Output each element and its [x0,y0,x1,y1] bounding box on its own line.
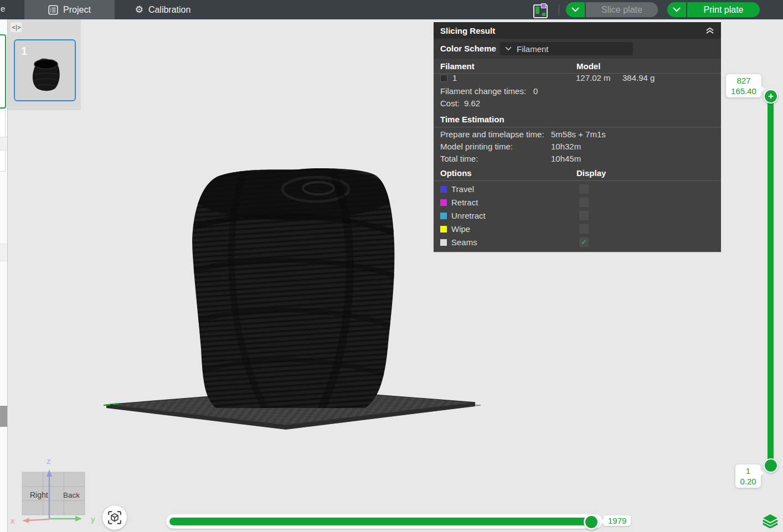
color-scheme-row: Color Scheme Filament [434,39,721,59]
top-toolbar: e Project ⚙ Calibration [0,0,783,19]
print-dropdown-button[interactable] [667,2,686,17]
panel-collapse-toggle[interactable]: <|> [11,22,22,32]
move-slider-track[interactable] [166,514,602,529]
filament-1-length: 127.02 m [576,73,611,82]
collapse-panel-icon[interactable] [705,27,714,34]
print-plate-label: Print plate [703,5,743,15]
time-row-value: 10h45m [551,154,581,163]
divider [434,180,721,181]
travel-color-swatch [440,186,447,193]
left-sidebar-sliver [0,19,8,532]
filament-1-weight: 384.94 g [622,73,655,82]
toolbar-divider [559,4,559,16]
option-label: Wipe [451,224,470,234]
gizmo-face-back-label: Back [63,491,80,499]
option-label: Seams [451,237,477,247]
option-row-seams: Seams ✓ [434,236,721,249]
tab-project[interactable]: Project [24,0,115,19]
sidebar-fragment-row [0,137,7,151]
layer-slider-top-handle[interactable]: + [764,89,778,104]
unretract-display-checkbox[interactable] [579,211,589,220]
wipe-display-checkbox[interactable] [579,224,589,234]
cost-value: 9.62 [464,99,480,108]
plate-layout-icon[interactable] [533,4,548,18]
wipe-color-swatch [440,226,447,233]
bottom-layer-height: 0.20 [739,476,758,487]
filament-change-label: Filament change times: [440,86,526,96]
time-row-label: Total time: [440,154,478,163]
plate-thumbnail-panel: <|> 1 [8,19,81,110]
move-value-text: 1979 [608,516,626,525]
slice-dropdown-button[interactable] [566,2,585,17]
top-layer-height: 165.40 [729,86,758,96]
project-list-icon [48,5,58,15]
plate-thumbnail-card[interactable]: 1 [14,39,76,101]
color-scheme-dropdown[interactable]: Filament [500,42,633,55]
move-slider-fill [169,518,588,525]
tab-calibration[interactable]: ⚙ Calibration [116,0,209,19]
travel-display-checkbox[interactable] [579,184,589,194]
option-label: Unretract [451,211,486,220]
z-axis-label: z [47,456,51,466]
divider [434,127,721,127]
slicing-result-header: Slicing Result [434,22,721,39]
move-slider-handle[interactable] [584,514,599,530]
filament-1-id: 1 [452,73,457,82]
checkmark: ✓ [581,238,587,246]
layer-slider-top-tooltip: 827 165.40 [726,74,761,97]
print-plate-button[interactable]: Print plate [687,2,760,17]
plate-thumbnail-model [29,56,64,91]
option-row-retract: Retract [434,196,721,209]
cube-icon [107,510,122,525]
time-row-label: Model printing time: [440,142,513,151]
unretract-color-swatch [440,213,447,219]
filament-change-value: 0 [533,86,538,96]
gear-icon: ⚙ [135,5,143,14]
time-row-label: Prepare and timelapse time: [440,130,544,139]
option-row-unretract: Unretract [434,209,721,223]
time-estimation-title: Time Estimation [440,115,504,124]
x-axis-label: x [11,516,15,525]
sidebar-fragment-row [0,244,7,261]
move-slider-value: 1979 [604,515,631,526]
seams-display-checkbox[interactable]: ✓ [579,237,589,247]
layout-icon-bar [535,7,539,14]
plus-icon: + [768,91,774,102]
top-layer-number: 827 [729,75,758,86]
sidebar-fragment-dark [0,406,7,427]
tab-prepare-cutoff[interactable]: e [1,4,5,13]
layers-icon[interactable] [763,514,778,528]
layer-slider-bottom-tooltip: 1 0.20 [735,464,761,488]
layout-icon-square-purple [541,3,546,8]
time-row-value: 5m58s + 7m1s [551,130,606,139]
sliced-model-and-plate [100,161,487,432]
view-cube-button[interactable] [102,505,127,530]
cost-label: Cost: [440,99,460,108]
orientation-gizmo[interactable]: Right Back z x y [8,453,111,528]
filament-1-swatch [440,75,447,82]
plate-number: 1 [21,45,27,58]
layer-slider-track[interactable] [767,96,774,469]
retract-color-swatch [440,199,447,206]
option-row-travel: Travel [434,183,721,196]
slicing-result-panel: Slicing Result Color Scheme Filament Fil… [434,22,721,252]
sidebar-fragment-green [0,34,6,109]
option-label: Retract [451,198,478,207]
x-axis [28,519,49,520]
layout-icon-square-green [542,13,545,16]
bottom-layer-number: 1 [739,466,758,476]
retract-display-checkbox[interactable] [579,198,589,207]
time-row-value: 10h32m [551,142,581,151]
gizmo-face-right-label: Right [30,490,48,499]
layer-slider-bottom-handle[interactable] [764,458,778,473]
tab-calibration-label: Calibration [148,5,190,15]
slice-plate-button[interactable]: Slice plate [586,2,658,17]
option-label: Travel [451,184,474,194]
collapse-glyph: <|> [12,24,20,30]
color-scheme-label: Color Scheme [440,44,496,53]
options-column-header: Options [440,168,472,178]
option-row-wipe: Wipe [434,223,721,236]
y-axis-label: y [91,514,95,524]
slice-plate-label: Slice plate [601,5,642,15]
color-scheme-value: Filament [517,44,549,54]
